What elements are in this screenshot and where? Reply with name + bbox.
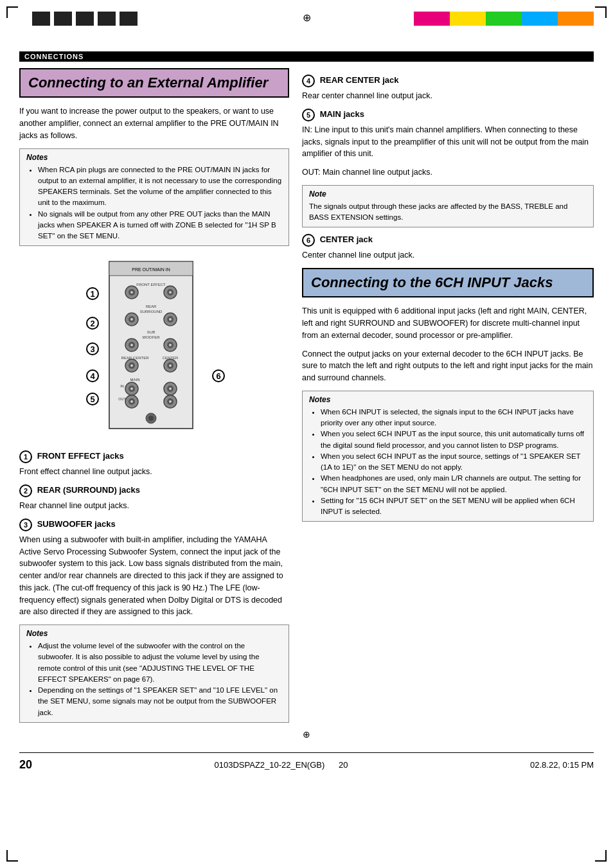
color-block-10 [576, 12, 594, 26]
notes-list-2: Adjust the volume level of the subwoofer… [26, 641, 282, 718]
left-section-title: Connecting to an External Amplifier [28, 75, 280, 91]
footer-date: 02.8.22, 0:15 PM [530, 760, 594, 770]
two-col-layout: Connecting to an External Amplifier If y… [19, 68, 594, 729]
jack4-num: 4 [302, 75, 315, 87]
svg-text:REAR CENTER: REAR CENTER [121, 356, 149, 360]
jack5-num: 5 [302, 109, 315, 121]
note2-item-2: Depending on the settings of "1 SPEAKER … [38, 685, 282, 718]
right-column: 4 REAR CENTER jack Rear center channel l… [302, 68, 594, 729]
notes-title-3: Notes [309, 395, 587, 404]
note3-item-3: When you select 6CH INPUT as the input s… [321, 451, 587, 474]
svg-text:SUB: SUB [147, 330, 155, 334]
jack6-num: 6 [302, 234, 315, 247]
top-square-3 [76, 12, 94, 26]
center-symbol-top: ⊕ [303, 12, 311, 24]
jack6-desc: Center channel line output jack. [302, 249, 594, 261]
label-5: 5 [86, 393, 99, 405]
svg-text:SURROUND: SURROUND [140, 310, 163, 314]
color-block-9 [558, 12, 576, 26]
jack2-heading: 2 REAR (SURROUND) jacks [19, 484, 289, 497]
label-1: 1 [86, 287, 99, 300]
corner-mark-tr [595, 6, 607, 18]
footer-page-num: 20 [339, 760, 348, 770]
top-square-5 [120, 12, 138, 26]
top-square-2 [54, 12, 72, 26]
jack3-desc: When using a subwoofer with built-in amp… [19, 534, 289, 618]
jack6-heading: 6 CENTER jack [302, 234, 594, 247]
color-block-7 [522, 12, 540, 26]
svg-point-6 [130, 291, 133, 294]
top-color-bar [414, 12, 594, 26]
label-2: 2 [86, 317, 99, 330]
color-block-2 [432, 12, 450, 26]
note3-item-1: When 6CH INPUT is selected, the signals … [321, 407, 587, 429]
top-square-1 [32, 12, 50, 26]
top-square-4 [98, 12, 116, 26]
svg-point-22 [130, 344, 133, 346]
color-block-5 [486, 12, 504, 26]
svg-point-14 [130, 318, 133, 321]
label-3: 3 [86, 342, 99, 355]
color-block-6 [504, 12, 522, 26]
svg-point-50 [148, 416, 154, 421]
svg-point-45 [130, 400, 133, 403]
svg-point-9 [169, 291, 172, 294]
section2-title: Connecting to the 6CH INPUT Jacks [311, 274, 585, 291]
notes-title-2: Notes [26, 629, 282, 638]
note3-item-2: When you select 6CH INPUT as the input s… [321, 429, 587, 451]
jack1-title: FRONT EFFECT jacks [37, 452, 124, 461]
jack3-num: 3 [19, 518, 32, 531]
section2-title-box: Connecting to the 6CH INPUT Jacks [302, 268, 594, 297]
jack4-desc: Rear center channel line output jack. [302, 90, 594, 102]
jack1-heading: 1 FRONT EFFECT jacks [19, 450, 289, 463]
svg-text:MAIN: MAIN [130, 378, 140, 382]
section-header-text: CONNECTIONS [24, 53, 84, 60]
jack5-desc-in: IN: Line input to this unit's main chann… [302, 124, 594, 160]
jack5-title: MAIN jacks [320, 109, 364, 119]
left-title-box: Connecting to an External Amplifier [19, 68, 289, 98]
corner-mark-tl [6, 6, 18, 18]
note2-item-1: Adjust the volume level of the subwoofer… [38, 641, 282, 685]
notes-box-2: Notes Adjust the volume level of the sub… [19, 624, 289, 723]
jack2-title: REAR (SURROUND) jacks [37, 486, 140, 495]
diagram-area: 1 2 3 4 5 6 [19, 255, 289, 441]
jack4-heading: 4 REAR CENTER jack [302, 75, 594, 87]
svg-text:FRONT EFFECT: FRONT EFFECT [136, 283, 166, 287]
svg-point-17 [169, 318, 172, 321]
footer-left: 20 [19, 758, 32, 772]
left-column: Connecting to an External Amplifier If y… [19, 68, 289, 729]
svg-point-25 [169, 344, 172, 346]
jack3-heading: 3 SUBWOOFER jacks [19, 518, 289, 531]
jack6-title: CENTER jack [320, 235, 373, 245]
footer-code: 0103DSPAZ2_10-22_EN(GB) 20 [215, 760, 348, 770]
jack3-title: SUBWOOFER jacks [37, 519, 116, 529]
svg-point-33 [169, 364, 172, 367]
svg-text:WOOFER: WOOFER [143, 335, 161, 339]
svg-point-48 [169, 400, 172, 403]
page-footer: 20 0103DSPAZ2_10-22_EN(GB) 20 02.8.22, 0… [19, 752, 594, 772]
svg-rect-0 [109, 261, 193, 429]
top-squares-left [32, 12, 138, 26]
svg-point-38 [130, 387, 133, 390]
notes-box-1: Notes When RCA pin plugs are connected t… [19, 148, 289, 247]
jack2-num: 2 [19, 484, 32, 497]
diagram-container: 1 2 3 4 5 6 [77, 255, 231, 441]
page-number: 20 [19, 758, 32, 771]
note-title-1: Note [309, 190, 587, 199]
svg-point-29 [130, 364, 133, 367]
svg-text:REAR: REAR [146, 305, 157, 308]
color-block-1 [414, 12, 432, 26]
notes-list-1: When RCA pin plugs are connected to the … [26, 164, 282, 242]
footer-code-text: 0103DSPAZ2_10-22_EN(GB) [215, 760, 325, 770]
color-block-4 [468, 12, 486, 26]
jack5-heading: 5 MAIN jacks [302, 109, 594, 121]
svg-text:PRE OUT/MAIN IN: PRE OUT/MAIN IN [132, 267, 170, 272]
note-item-1: When RCA pin plugs are connected to the … [38, 164, 282, 209]
notes-list-3: When 6CH INPUT is selected, the signals … [309, 407, 587, 518]
label-6: 6 [212, 369, 225, 382]
jack1-desc: Front effect channel line output jacks. [19, 466, 289, 478]
color-block-3 [450, 12, 468, 26]
corner-mark-bl [6, 850, 18, 862]
jack1-num: 1 [19, 450, 32, 463]
label-4: 4 [86, 369, 99, 382]
